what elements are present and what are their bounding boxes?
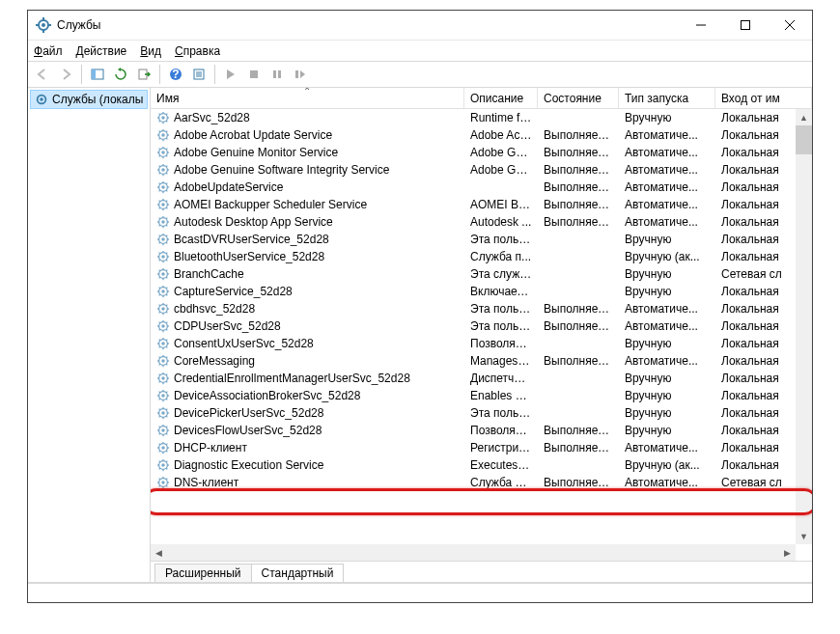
close-button[interactable]: [768, 11, 812, 40]
service-desc: Эта польз...: [464, 406, 538, 420]
service-icon: [156, 458, 170, 472]
service-icon: [156, 389, 170, 402]
svg-line-32: [166, 121, 167, 122]
col-desc[interactable]: Описание: [464, 88, 538, 108]
svg-line-222: [166, 451, 167, 452]
service-name: BcastDVRUserService_52d28: [174, 233, 329, 246]
help-button[interactable]: ?: [165, 64, 186, 85]
svg-line-181: [159, 374, 160, 375]
service-startup: Автоматиче...: [619, 319, 715, 333]
scroll-left-button[interactable]: ◀: [151, 544, 167, 561]
minimize-button[interactable]: [679, 11, 723, 40]
scroll-up-button[interactable]: ▲: [796, 109, 812, 125]
service-row[interactable]: BranchCacheЭта служб...ВручнуюСетевая сл: [151, 265, 812, 283]
service-row[interactable]: DHCP-клиентРегистрир...ВыполняетсяАвтома…: [151, 439, 812, 456]
svg-line-123: [159, 277, 160, 278]
window-controls: [679, 11, 812, 40]
service-desc: Runtime fo...: [464, 111, 538, 124]
svg-line-193: [159, 399, 160, 400]
properties-button[interactable]: [188, 64, 210, 85]
svg-line-63: [159, 173, 160, 174]
separator: [159, 65, 160, 84]
service-desc: Диспетчер...: [464, 372, 538, 385]
vertical-scrollbar[interactable]: ▲ ▼: [796, 109, 812, 544]
scroll-down-button[interactable]: ▼: [796, 528, 812, 544]
service-icon: [156, 372, 170, 385]
service-desc: Служба D...: [464, 476, 538, 489]
svg-point-56: [161, 168, 165, 172]
service-row[interactable]: Diagnostic Execution ServiceExecutes di.…: [151, 456, 812, 474]
service-icon: [156, 285, 170, 298]
service-row[interactable]: CoreMessagingManages c...ВыполняетсяАвто…: [151, 352, 812, 370]
service-row[interactable]: CredentialEnrollmentManagerUserSvc_52d28…: [151, 370, 812, 387]
refresh-button[interactable]: [110, 64, 131, 85]
service-row[interactable]: AarSvc_52d28Runtime fo...ВручнуюЛокальна…: [151, 109, 812, 126]
svg-line-84: [166, 201, 167, 202]
service-startup: Вручную: [619, 337, 715, 350]
service-row[interactable]: AOMEI Backupper Scheduler ServiceAOMEI B…: [151, 196, 812, 213]
service-startup: Автоматиче...: [619, 146, 715, 159]
back-button[interactable]: [32, 64, 53, 85]
restart-service-button[interactable]: [290, 64, 311, 85]
tree-pane[interactable]: Службы (локалы: [28, 88, 151, 582]
svg-line-53: [159, 155, 160, 156]
show-hide-tree-button[interactable]: [87, 64, 108, 85]
service-row[interactable]: Autodesk Desktop App ServiceAutodesk ...…: [151, 213, 812, 231]
svg-line-211: [159, 427, 160, 427]
svg-line-221: [159, 444, 160, 445]
service-row[interactable]: DNS-клиентСлужба D...ВыполняетсяАвтомати…: [151, 474, 812, 491]
svg-point-26: [161, 116, 165, 120]
toolbar: ?: [28, 61, 812, 88]
col-logon[interactable]: Вход от им: [715, 88, 812, 108]
service-row[interactable]: cbdhsvc_52d28Эта польз...ВыполняетсяАвто…: [151, 300, 812, 317]
scroll-track[interactable]: [796, 154, 812, 528]
horizontal-scrollbar[interactable]: ◀ ▶: [151, 544, 796, 561]
menu-action[interactable]: Действие: [76, 44, 127, 58]
service-row[interactable]: Adobe Genuine Monitor ServiceAdobe Gen..…: [151, 144, 812, 161]
scroll-right-button[interactable]: ▶: [779, 544, 796, 561]
service-row[interactable]: DevicePickerUserSvc_52d28Эта польз...Вру…: [151, 404, 812, 422]
services-icon: [36, 17, 51, 33]
service-row[interactable]: DevicesFlowUserSvc_52d28Позволяет...Выпо…: [151, 422, 812, 439]
service-row[interactable]: BcastDVRUserService_52d28Эта польз...Вру…: [151, 231, 812, 248]
start-service-button[interactable]: [220, 64, 241, 85]
service-row[interactable]: CaptureService_52d28Включает ...ВручнуюЛ…: [151, 283, 812, 300]
service-row[interactable]: CDPUserSvc_52d28Эта польз...ВыполняетсяА…: [151, 317, 812, 335]
service-row[interactable]: AdobeUpdateServiceВыполняетсяАвтоматиче.…: [151, 179, 812, 196]
stop-service-button[interactable]: [243, 64, 265, 85]
maximize-button[interactable]: [723, 11, 768, 40]
svg-line-214: [166, 427, 167, 427]
service-row[interactable]: DeviceAssociationBrokerSvc_52d28Enables …: [151, 387, 812, 404]
service-row[interactable]: BluetoothUserService_52d28Служба п...Вру…: [151, 248, 812, 265]
svg-point-186: [161, 394, 165, 398]
service-state: Выполняется: [538, 198, 619, 211]
pause-service-button[interactable]: [266, 64, 288, 85]
svg-line-41: [159, 131, 160, 132]
service-row[interactable]: Adobe Acrobat Update ServiceAdobe Acr...…: [151, 126, 812, 144]
menu-view[interactable]: Вид: [140, 44, 161, 58]
service-row[interactable]: ConsentUxUserSvc_52d28Позволяет...Вручну…: [151, 335, 812, 352]
col-state[interactable]: Состояние: [538, 88, 619, 108]
service-desc: Executes di...: [464, 458, 538, 472]
menu-help[interactable]: Справка: [175, 44, 220, 58]
svg-rect-11: [92, 69, 96, 79]
service-name: ConsentUxUserSvc_52d28: [174, 337, 314, 350]
service-state: Выполняется: [538, 302, 619, 316]
export-button[interactable]: [133, 64, 154, 85]
col-name[interactable]: Имя⌃: [151, 88, 464, 108]
menu-file[interactable]: Файл: [34, 44, 63, 58]
forward-button[interactable]: [55, 64, 76, 85]
svg-line-244: [166, 479, 167, 480]
col-startup[interactable]: Тип запуска: [619, 88, 715, 108]
service-startup: Автоматиче...: [619, 441, 715, 455]
tab-standard[interactable]: Стандартный: [251, 564, 345, 582]
tree-root-item[interactable]: Службы (локалы: [30, 90, 148, 109]
scroll-thumb[interactable]: [796, 125, 812, 154]
svg-line-203: [159, 416, 160, 417]
body: Службы (локалы Имя⌃ Описание Состояние Т…: [28, 88, 812, 583]
svg-line-122: [166, 277, 167, 278]
svg-point-226: [161, 463, 165, 467]
service-row[interactable]: Adobe Genuine Software Integrity Service…: [151, 161, 812, 179]
service-icon: [156, 424, 170, 437]
tab-extended[interactable]: Расширенный: [154, 564, 252, 582]
